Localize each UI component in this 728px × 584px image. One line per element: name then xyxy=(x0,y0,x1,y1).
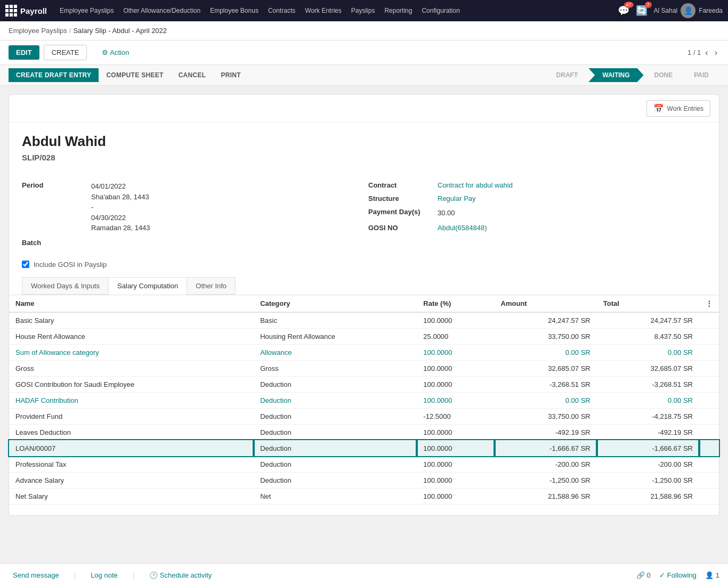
messages-icon[interactable]: 💬 47 xyxy=(618,5,629,17)
nav-right-icons: 💬 47 🔄 7 Al Sahal 👤 Fareeda xyxy=(618,3,723,18)
create-button[interactable]: CREATE xyxy=(44,45,87,60)
cell-actions xyxy=(699,440,719,456)
cell-total: -492.19 SR xyxy=(597,424,699,440)
contract-value[interactable]: Contract for abdul wahid xyxy=(438,181,513,189)
cell-amount: -1,250.00 SR xyxy=(495,472,597,488)
workflow-bar: CREATE DRAFT ENTRY COMPUTE SHEET CANCEL … xyxy=(0,65,728,86)
page-footer: Send message | Log note | 🕐 Schedule act… xyxy=(0,563,728,584)
stage-draft[interactable]: DRAFT xyxy=(546,68,589,82)
info-grid: Period 04/01/2022 Sha'aban 28, 1443 - 04… xyxy=(9,181,719,261)
avatar-label: Fareeda xyxy=(699,7,723,14)
log-note-button[interactable]: Log note xyxy=(86,569,122,581)
period-value: 04/01/2022 Sha'aban 28, 1443 - 04/30/202… xyxy=(91,181,150,233)
cell-actions xyxy=(699,472,719,488)
action-dropdown[interactable]: ⚙ Action xyxy=(102,48,129,56)
cell-actions xyxy=(699,408,719,424)
table-row[interactable]: Sum of Allowance categoryAllowance100.00… xyxy=(9,344,719,360)
tab-worked-days[interactable]: Worked Days & Inputs xyxy=(22,277,109,295)
work-entries-bar: 📅 Work Entries xyxy=(9,95,719,123)
following-button[interactable]: ✓ Following xyxy=(659,571,697,579)
cell-amount: -200.00 SR xyxy=(495,456,597,472)
cell-category: Deduction xyxy=(254,472,417,488)
gosi-checkbox-label: Include GOSI in Payslip xyxy=(34,261,107,269)
nav-employee-bonus[interactable]: Employee Bonus xyxy=(206,5,263,17)
cell-amount: -3,268.51 SR xyxy=(495,376,597,392)
schedule-activity-button[interactable]: 🕐 Schedule activity xyxy=(145,569,216,581)
cell-category: Deduction xyxy=(254,408,417,424)
table-row[interactable]: GrossGross100.000032,685.07 SR32,685.07 … xyxy=(9,360,719,376)
salary-computation-table: Name Category Rate (%) Amount Total ⋮ Ba… xyxy=(9,295,719,505)
cell-name: Provident Fund xyxy=(9,408,254,424)
compute-sheet-button[interactable]: COMPUTE SHEET xyxy=(99,68,171,82)
cell-category: Deduction xyxy=(254,440,417,456)
batch-row: Batch xyxy=(22,239,360,247)
nav-employee-payslips[interactable]: Employee Payslips xyxy=(55,5,118,17)
cell-total: 24,247.57 SR xyxy=(597,312,699,329)
table-row[interactable]: Professional TaxDeduction100.0000-200.00… xyxy=(9,456,719,472)
work-entries-button[interactable]: 📅 Work Entries xyxy=(646,100,710,117)
table-row[interactable]: Basic SalaryBasic100.000024,247.57 SR24,… xyxy=(9,312,719,329)
edit-button[interactable]: EDIT xyxy=(9,45,39,60)
apps-grid-icon[interactable] xyxy=(5,5,17,17)
calendar-icon: 📅 xyxy=(653,103,664,113)
table-row[interactable]: Advance SalaryDeduction100.0000-1,250.00… xyxy=(9,472,719,488)
tabs-bar: Worked Days & Inputs Salary Computation … xyxy=(9,277,719,295)
table-row[interactable]: Provident FundDeduction-12.500033,750.00… xyxy=(9,408,719,424)
gosi-checkbox[interactable] xyxy=(22,261,29,268)
members-count: 👤 1 xyxy=(705,571,719,579)
pagination-next[interactable]: › xyxy=(713,47,719,59)
main-nav: Employee Payslips Other Allowance/Deduct… xyxy=(55,5,609,17)
cell-total: -200.00 SR xyxy=(597,456,699,472)
tab-other-info[interactable]: Other Info xyxy=(187,277,236,295)
table-row[interactable]: Leaves DeductionDeduction100.0000-492.19… xyxy=(9,424,719,440)
table-row[interactable]: GOSI Contribution for Saudi EmployeeDedu… xyxy=(9,376,719,392)
col-total: Total xyxy=(597,295,699,312)
breadcrumb: Employee Payslips / Salary Slip - Abdul … xyxy=(0,21,728,40)
cell-total: 0.00 SR xyxy=(597,392,699,408)
row-name-link[interactable]: Sum of Allowance category xyxy=(15,348,99,356)
cell-category: Allowance xyxy=(254,344,417,360)
nav-contracts[interactable]: Contracts xyxy=(264,5,300,17)
gosi-no-value[interactable]: Abdul(6584848) xyxy=(438,224,487,232)
cell-amount: 21,588.96 SR xyxy=(495,488,597,504)
cell-amount: 0.00 SR xyxy=(495,392,597,408)
stage-waiting[interactable]: WAITING xyxy=(588,68,643,82)
nav-work-entries[interactable]: Work Entries xyxy=(301,5,345,17)
stage-done[interactable]: DONE xyxy=(644,68,684,82)
print-button[interactable]: PRINT xyxy=(213,68,248,82)
app-logo[interactable]: Payroll xyxy=(5,5,47,17)
cell-total: -1,666.67 SR xyxy=(597,440,699,456)
table-row[interactable]: HADAF ContributionDeduction100.00000.00 … xyxy=(9,392,719,408)
cancel-button[interactable]: CANCEL xyxy=(171,68,214,82)
table-row[interactable]: House Rent AllowanceHousing Rent Allowan… xyxy=(9,328,719,344)
row-name-link[interactable]: HADAF Contribution xyxy=(15,396,78,404)
nav-reporting[interactable]: Reporting xyxy=(380,5,416,17)
period-end-hijri: Ramadan 28, 1443 xyxy=(91,223,150,233)
breadcrumb-parent[interactable]: Employee Payslips xyxy=(9,27,67,35)
nav-payslips[interactable]: Payslips xyxy=(347,5,379,17)
cell-name: HADAF Contribution xyxy=(9,392,254,408)
nav-other-allowance[interactable]: Other Allowance/Deduction xyxy=(119,5,205,17)
tab-salary-computation[interactable]: Salary Computation xyxy=(108,277,187,295)
avatar[interactable]: 👤 xyxy=(681,3,695,18)
cell-name: Basic Salary xyxy=(9,312,254,329)
cell-name: LOAN/00007 xyxy=(9,440,254,456)
col-rate: Rate (%) xyxy=(417,295,494,312)
send-message-button[interactable]: Send message xyxy=(9,569,63,581)
nav-configuration[interactable]: Configuration xyxy=(417,5,464,17)
pagination-prev[interactable]: ‹ xyxy=(703,47,710,59)
stage-paid[interactable]: PAID xyxy=(683,68,719,82)
table-row[interactable]: LOAN/00007Deduction100.0000-1,666.67 SR-… xyxy=(9,440,719,456)
pagination-text: 1 / 1 xyxy=(687,48,701,56)
structure-value[interactable]: Regular Pay xyxy=(438,194,476,202)
salary-table-container: Name Category Rate (%) Amount Total ⋮ Ba… xyxy=(9,295,719,505)
updates-icon[interactable]: 🔄 7 xyxy=(636,5,648,17)
cell-actions xyxy=(699,312,719,329)
create-draft-button[interactable]: CREATE DRAFT ENTRY xyxy=(9,68,99,82)
cell-rate: 100.0000 xyxy=(417,312,494,329)
user-info: Al Sahal 👤 Fareeda xyxy=(654,3,723,18)
cell-total: 0.00 SR xyxy=(597,344,699,360)
table-row[interactable]: Net SalaryNet100.000021,588.96 SR21,588.… xyxy=(9,488,719,504)
breadcrumb-current: Salary Slip - Abdul - April 2022 xyxy=(73,27,167,35)
messages-badge: 47 xyxy=(624,2,634,8)
